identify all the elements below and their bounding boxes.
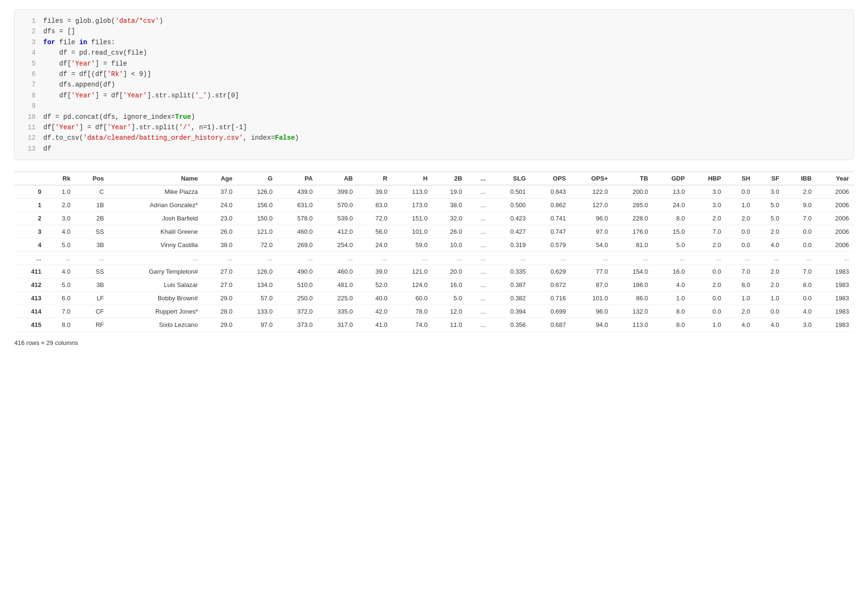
- cell-SLG: 0.500: [491, 199, 530, 212]
- col-header-Name: Name: [109, 172, 203, 185]
- token: dfs.append(df): [43, 81, 115, 88]
- cell-idx: 2: [14, 212, 46, 225]
- cell-Rk: 7.0: [46, 305, 75, 318]
- cell-GDP: ...: [653, 252, 689, 265]
- cell-SF: 2.0: [755, 278, 784, 292]
- cell-Age: 37.0: [203, 185, 237, 199]
- cell-2B: 11.0: [432, 318, 467, 332]
- col-header-R: R: [357, 172, 392, 185]
- col-header-SF: SF: [755, 172, 784, 185]
- cell-AB: 317.0: [318, 318, 357, 332]
- cell-H: 151.0: [392, 212, 432, 225]
- cell-2B: 32.0: [432, 212, 467, 225]
- cell-2B: 10.0: [432, 239, 467, 252]
- dataframe-table-wrapper: RkPosNameAgeGPAABRH2B...SLGOPSOPS+TBGDPH…: [14, 172, 854, 332]
- cell-SLG: 0.423: [491, 212, 530, 225]
- cell-Rk: 4.0: [46, 265, 75, 278]
- cell-GDP: 4.0: [653, 278, 689, 292]
- line-number: 10: [22, 112, 36, 122]
- line-content: df['Year'] = file: [43, 58, 127, 69]
- cell-IBB: 8.0: [784, 278, 816, 292]
- cell-Age: 24.0: [203, 199, 237, 212]
- cell-TB: 113.0: [613, 318, 653, 332]
- cell-HBP: ...: [690, 252, 726, 265]
- cell-SF: 0.0: [755, 305, 784, 318]
- cell-SF: 1.0: [755, 292, 784, 305]
- cell-AB: ...: [318, 252, 357, 265]
- cell-SLG: 0.387: [491, 278, 530, 292]
- cell-IBB: 0.0: [784, 292, 816, 305]
- cell-idx: ...: [14, 252, 46, 265]
- cell-Name: Luis Salazar: [109, 278, 203, 292]
- token: ): [295, 134, 299, 142]
- cell-OPS+: 54.0: [570, 239, 612, 252]
- cell-TB: 86.0: [613, 292, 653, 305]
- cell-AB: 335.0: [318, 305, 357, 318]
- cell-G: 150.0: [237, 212, 277, 225]
- cell-R: ...: [357, 252, 392, 265]
- line-content: df['Year'] = df['Year'].str.split('_').s…: [43, 90, 239, 101]
- col-header-___: ...: [467, 172, 491, 185]
- cell-TB: 132.0: [613, 305, 653, 318]
- cell-R: 39.0: [357, 265, 392, 278]
- cell-Name: Adrian Gonzalez*: [109, 199, 203, 212]
- cell-OPS+: 122.0: [570, 185, 612, 199]
- cell-R: 39.0: [357, 185, 392, 199]
- cell-HBP: 0.0: [690, 292, 726, 305]
- cell-Year: 2006: [816, 225, 854, 239]
- cell-OPS+: 87.0: [570, 278, 612, 292]
- token: ] < 9)]: [123, 70, 151, 78]
- cell-H: 173.0: [392, 199, 432, 212]
- line-content: df = df[(df['Rk'] < 9)]: [43, 69, 151, 79]
- col-header-: [14, 172, 46, 185]
- cell-HBP: 2.0: [690, 239, 726, 252]
- cell-SH: ...: [726, 252, 755, 265]
- cell-PA: 439.0: [277, 185, 317, 199]
- cell-Name: Garry Templeton#: [109, 265, 203, 278]
- token: df.to_csv(: [43, 134, 83, 142]
- cell-G: 156.0: [237, 199, 277, 212]
- cell-R: 24.0: [357, 239, 392, 252]
- cell-Pos: LF: [75, 292, 108, 305]
- cell-SLG: 0.335: [491, 265, 530, 278]
- cell-Rk: 5.0: [46, 278, 75, 292]
- cell-SF: 5.0: [755, 212, 784, 225]
- cell-Pos: 1B: [75, 199, 108, 212]
- cell-SH: 1.0: [726, 292, 755, 305]
- cell-IBB: 9.0: [784, 199, 816, 212]
- line-number: 5: [22, 58, 36, 69]
- table-row: 01.0CMike Piazza37.0126.0439.0399.039.01…: [14, 185, 854, 199]
- col-header-Age: Age: [203, 172, 237, 185]
- cell-Name: Khalil Greene: [109, 225, 203, 239]
- token: 'Year': [55, 124, 79, 131]
- token: ] = df[: [95, 92, 123, 99]
- token: files:: [87, 38, 115, 46]
- cell-Age: 28.0: [203, 305, 237, 318]
- cell-OPS: 0.716: [530, 292, 570, 305]
- line-number: 13: [22, 143, 36, 154]
- cell-SF: 4.0: [755, 318, 784, 332]
- cell-GDP: 13.0: [653, 185, 689, 199]
- cell-2B: 19.0: [432, 185, 467, 199]
- cell-Rk: ...: [46, 252, 75, 265]
- cell-2B: 5.0: [432, 292, 467, 305]
- cell-IBB: 3.0: [784, 318, 816, 332]
- cell-SH: 0.0: [726, 239, 755, 252]
- cell-G: 97.0: [237, 318, 277, 332]
- token: 'Year': [71, 60, 95, 67]
- cell-Age: 38.0: [203, 239, 237, 252]
- col-header-PA: PA: [277, 172, 317, 185]
- cell-TB: 154.0: [613, 265, 653, 278]
- cell-ellipsis: ...: [467, 265, 491, 278]
- col-header-GDP: GDP: [653, 172, 689, 185]
- line-content: df = pd.read_csv(file): [43, 48, 147, 58]
- cell-OPS: 0.747: [530, 225, 570, 239]
- cell-SLG: ...: [491, 252, 530, 265]
- line-number: 7: [22, 79, 36, 90]
- cell-Rk: 6.0: [46, 292, 75, 305]
- cell-ellipsis: ...: [467, 278, 491, 292]
- cell-OPS: 0.741: [530, 212, 570, 225]
- cell-OPS: 0.687: [530, 318, 570, 332]
- cell-SH: 2.0: [726, 212, 755, 225]
- cell-GDP: 16.0: [653, 265, 689, 278]
